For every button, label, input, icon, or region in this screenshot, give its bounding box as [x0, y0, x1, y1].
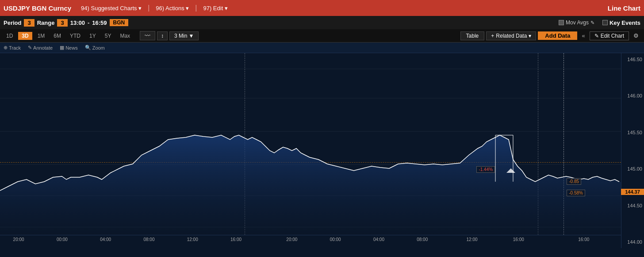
svg-marker-0: [0, 135, 621, 235]
x-label-08-1: 08:00: [143, 237, 154, 242]
edit-chart-label: Edit Chart: [601, 33, 624, 39]
top-bar: USDJPY BGN Curncy 94) Suggested Charts ▾…: [0, 0, 644, 16]
period-1d[interactable]: 1D: [3, 32, 16, 40]
zoom-icon: 🔍: [85, 45, 91, 51]
news-label: News: [65, 45, 78, 51]
x-label-20-1: 20:00: [13, 237, 24, 242]
key-events-checkbox[interactable]: [602, 20, 608, 25]
x-axis: 20:00 00:00 04:00 08:00 12:00 16:00 20:0…: [0, 235, 621, 248]
zoom-button[interactable]: 🔍 Zoom: [85, 45, 105, 51]
chevron-down-icon: ▼: [188, 33, 194, 39]
divider-2: |: [195, 4, 197, 12]
period-1m[interactable]: 1M: [34, 32, 49, 40]
range-value[interactable]: 3: [57, 19, 67, 27]
y-axis: 146.50 146.00 145.50 145.00 144.50 144.0…: [621, 53, 644, 248]
period-6m[interactable]: 6M: [50, 32, 65, 40]
chart-style-button[interactable]: ↕: [157, 31, 168, 40]
current-price-label: 144.37: [621, 189, 644, 195]
x-label-16-3: 16:00: [578, 237, 589, 242]
table-button[interactable]: Table: [460, 31, 485, 40]
third-bar: 1D 3D 1M 6M YTD 1Y 5Y Max 〰 ↕ 3 Min ▼ Ta…: [0, 29, 644, 43]
related-data-label: Related Data: [496, 33, 527, 39]
news-button[interactable]: ▦ News: [60, 45, 78, 51]
x-label-16-1: 16:00: [230, 237, 242, 242]
period-5y[interactable]: 5Y: [101, 32, 115, 40]
y-label-2: 146.00: [623, 93, 642, 98]
settings-button[interactable]: ⚙: [631, 31, 641, 40]
x-label-12-1: 12:00: [187, 237, 198, 242]
y-label-5: 144.50: [623, 203, 642, 208]
track-icon: ⊕: [4, 45, 8, 51]
divider-1: |: [148, 4, 150, 12]
time-start[interactable]: 13:00: [70, 19, 85, 26]
period-1y[interactable]: 1Y: [86, 32, 100, 40]
y-label-1: 146.50: [623, 57, 642, 62]
collapse-icon[interactable]: «: [579, 31, 587, 40]
y-label-4: 145.00: [623, 166, 642, 171]
annotate-button[interactable]: ✎ Annotate: [28, 45, 53, 51]
x-label-16-2: 16:00: [513, 237, 524, 242]
edit-chart-button[interactable]: ✎ Edit Chart: [590, 31, 629, 40]
chevron-down-icon-2: ▾: [529, 33, 531, 39]
period-ytd[interactable]: YTD: [66, 32, 84, 40]
suggested-charts-button[interactable]: 94) Suggested Charts ▾: [77, 4, 146, 12]
related-data-button[interactable]: + Related Data ▾: [486, 31, 536, 40]
x-label-00-2: 00:00: [330, 237, 341, 242]
mov-avgs-checkbox[interactable]: [559, 20, 564, 25]
actions-button[interactable]: 96) Actions ▾: [151, 4, 193, 12]
news-icon: ▦: [60, 45, 64, 51]
line-chart-icon: 〰: [145, 32, 150, 39]
price-chart-svg: [0, 53, 621, 235]
interval-label: 3 Min: [174, 33, 187, 39]
x-label-00-1: 00:00: [57, 237, 68, 242]
interval-button[interactable]: 3 Min ▼: [169, 31, 199, 40]
sub-bar: ⊕ Track ✎ Annotate ▦ News 🔍 Zoom: [0, 43, 644, 53]
x-label-08-2: 08:00: [417, 237, 428, 242]
time-sep: -: [88, 19, 89, 26]
annotation-change-1: -1.44%: [476, 166, 495, 173]
key-events-label: Key Events: [610, 19, 640, 26]
mov-avgs-label: Mov Avgs: [566, 19, 589, 26]
bgn-badge[interactable]: BGN: [110, 19, 129, 26]
period-label: Period: [4, 19, 21, 26]
time-end[interactable]: 16:59: [92, 19, 107, 26]
add-data-button[interactable]: Add Data: [538, 31, 577, 40]
instrument-title: USDJPY BGN Curncy: [4, 4, 71, 12]
y-label-6: 144.00: [623, 239, 642, 245]
pencil-icon-2: ✎: [594, 33, 599, 39]
x-label-20-2: 20:00: [286, 237, 297, 242]
annotate-icon: ✎: [28, 45, 32, 51]
track-button[interactable]: ⊕ Track: [4, 45, 21, 51]
annotate-label: Annotate: [33, 45, 53, 51]
x-label-04-1: 04:00: [100, 237, 111, 242]
y-label-3: 145.50: [623, 130, 642, 135]
range-label: Range: [37, 19, 55, 26]
period-value[interactable]: 3: [24, 19, 34, 27]
interval-selector[interactable]: 〰: [140, 31, 155, 40]
key-events-group: Key Events: [602, 19, 640, 26]
x-label-04-2: 04:00: [373, 237, 384, 242]
second-bar: Period 3 Range 3 13:00 - 16:59 BGN Mov A…: [0, 16, 644, 29]
mov-avgs-group: Mov Avgs ✎: [559, 19, 594, 26]
annotation-change-2: -0.85: [567, 178, 581, 185]
track-label: Track: [9, 45, 21, 51]
annotation-change-3: -0.58%: [567, 190, 585, 196]
chart-type-label: Line Chart: [608, 4, 640, 12]
chart-area: -1.44% -0.85 -0.58% 146.50 146.00 145.50…: [0, 53, 644, 248]
period-max[interactable]: Max: [116, 32, 134, 40]
period-3d[interactable]: 3D: [18, 32, 32, 40]
plus-icon: +: [491, 33, 494, 39]
edit-button[interactable]: 97) Edit ▾: [199, 4, 232, 12]
pencil-icon: ✎: [590, 20, 594, 26]
zoom-label: Zoom: [92, 45, 105, 51]
x-label-12-2: 12:00: [467, 237, 478, 242]
